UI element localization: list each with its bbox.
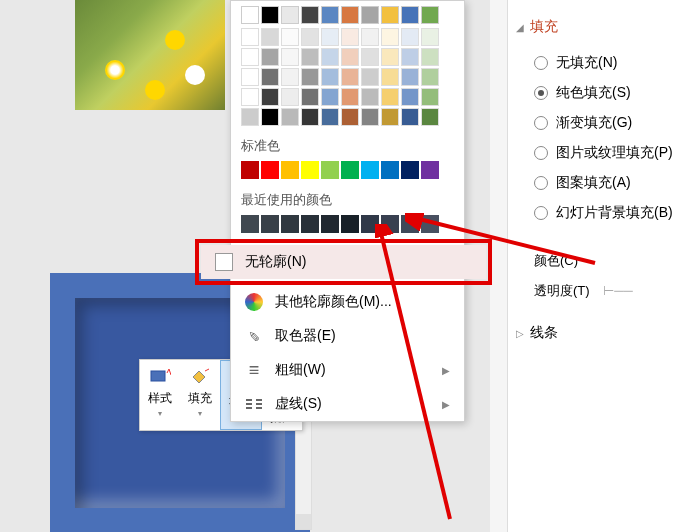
color-swatch[interactable] bbox=[241, 28, 259, 46]
color-swatch[interactable] bbox=[421, 48, 439, 66]
color-swatch[interactable] bbox=[321, 68, 339, 86]
solid-fill-radio[interactable]: 纯色填充(S) bbox=[534, 78, 674, 108]
eyedropper-item[interactable]: 取色器(E) bbox=[231, 319, 464, 353]
color-swatch[interactable] bbox=[381, 215, 399, 233]
color-swatch[interactable] bbox=[241, 88, 259, 106]
color-swatch[interactable] bbox=[401, 88, 419, 106]
no-outline-item[interactable]: 无轮廓(N) bbox=[201, 245, 486, 279]
transparency-row[interactable]: 透明度(T) ⊢── bbox=[534, 276, 674, 306]
color-swatch[interactable] bbox=[381, 68, 399, 86]
color-swatch[interactable] bbox=[361, 28, 379, 46]
color-swatch[interactable] bbox=[261, 48, 279, 66]
color-swatch[interactable] bbox=[321, 48, 339, 66]
color-swatch[interactable] bbox=[241, 68, 259, 86]
color-swatch[interactable] bbox=[361, 48, 379, 66]
chevron-right-icon: ▶ bbox=[442, 399, 450, 410]
dashes-item[interactable]: 虚线(S) ▶ bbox=[231, 387, 464, 421]
color-swatch[interactable] bbox=[401, 108, 419, 126]
color-swatch[interactable] bbox=[301, 161, 319, 179]
color-swatch[interactable] bbox=[261, 161, 279, 179]
color-swatch[interactable] bbox=[361, 6, 379, 24]
color-swatch[interactable] bbox=[421, 68, 439, 86]
color-swatch[interactable] bbox=[361, 108, 379, 126]
color-swatch[interactable] bbox=[381, 48, 399, 66]
color-swatch[interactable] bbox=[241, 6, 259, 24]
fill-color-label[interactable]: 颜色(C) bbox=[534, 246, 674, 276]
color-swatch[interactable] bbox=[361, 88, 379, 106]
color-swatch[interactable] bbox=[361, 215, 379, 233]
color-swatch[interactable] bbox=[421, 88, 439, 106]
chevron-down-icon: ▾ bbox=[198, 409, 202, 418]
gradient-fill-radio[interactable]: 渐变填充(G) bbox=[534, 108, 674, 138]
color-swatch[interactable] bbox=[301, 215, 319, 233]
color-swatch[interactable] bbox=[341, 68, 359, 86]
color-swatch[interactable] bbox=[241, 215, 259, 233]
color-swatch[interactable] bbox=[341, 108, 359, 126]
color-swatch[interactable] bbox=[281, 48, 299, 66]
color-swatch[interactable] bbox=[381, 161, 399, 179]
color-swatch[interactable] bbox=[401, 215, 419, 233]
color-swatch[interactable] bbox=[261, 88, 279, 106]
color-swatch[interactable] bbox=[281, 215, 299, 233]
color-swatch[interactable] bbox=[401, 161, 419, 179]
color-swatch[interactable] bbox=[261, 28, 279, 46]
color-swatch[interactable] bbox=[341, 48, 359, 66]
color-swatch[interactable] bbox=[421, 6, 439, 24]
color-swatch[interactable] bbox=[281, 6, 299, 24]
weight-item[interactable]: 粗细(W) ▶ bbox=[231, 353, 464, 387]
no-fill-radio[interactable]: 无填充(N) bbox=[534, 48, 674, 78]
color-swatch[interactable] bbox=[281, 161, 299, 179]
picture-fill-radio[interactable]: 图片或纹理填充(P) bbox=[534, 138, 674, 168]
color-swatch[interactable] bbox=[241, 108, 259, 126]
style-button[interactable]: 样式▾ bbox=[140, 360, 180, 430]
color-swatch[interactable] bbox=[301, 68, 319, 86]
color-swatch[interactable] bbox=[301, 28, 319, 46]
color-swatch[interactable] bbox=[321, 6, 339, 24]
color-swatch[interactable] bbox=[281, 28, 299, 46]
color-swatch[interactable] bbox=[321, 161, 339, 179]
sample-image[interactable] bbox=[75, 0, 225, 110]
color-swatch[interactable] bbox=[421, 215, 439, 233]
color-swatch[interactable] bbox=[301, 88, 319, 106]
color-swatch[interactable] bbox=[401, 28, 419, 46]
color-swatch[interactable] bbox=[421, 108, 439, 126]
color-swatch[interactable] bbox=[241, 161, 259, 179]
color-swatch[interactable] bbox=[281, 88, 299, 106]
color-swatch[interactable] bbox=[341, 161, 359, 179]
color-swatch[interactable] bbox=[261, 6, 279, 24]
color-swatch[interactable] bbox=[421, 161, 439, 179]
color-swatch[interactable] bbox=[401, 6, 419, 24]
color-swatch[interactable] bbox=[321, 108, 339, 126]
color-swatch[interactable] bbox=[421, 28, 439, 46]
color-swatch[interactable] bbox=[261, 68, 279, 86]
color-swatch[interactable] bbox=[401, 68, 419, 86]
color-swatch[interactable] bbox=[301, 48, 319, 66]
color-swatch[interactable] bbox=[341, 6, 359, 24]
color-swatch[interactable] bbox=[341, 28, 359, 46]
pattern-fill-radio[interactable]: 图案填充(A) bbox=[534, 168, 674, 198]
color-swatch[interactable] bbox=[361, 161, 379, 179]
color-swatch[interactable] bbox=[281, 108, 299, 126]
color-swatch[interactable] bbox=[381, 88, 399, 106]
color-swatch[interactable] bbox=[361, 68, 379, 86]
color-swatch[interactable] bbox=[241, 48, 259, 66]
color-swatch[interactable] bbox=[261, 108, 279, 126]
fill-section-header[interactable]: ◢ 填充 bbox=[516, 18, 674, 36]
color-swatch[interactable] bbox=[381, 6, 399, 24]
color-swatch[interactable] bbox=[281, 68, 299, 86]
color-swatch[interactable] bbox=[401, 48, 419, 66]
color-swatch[interactable] bbox=[301, 108, 319, 126]
color-swatch[interactable] bbox=[321, 88, 339, 106]
color-swatch[interactable] bbox=[381, 108, 399, 126]
lines-section-header[interactable]: ▷ 线条 bbox=[516, 324, 674, 342]
slide-bg-fill-radio[interactable]: 幻灯片背景填充(B) bbox=[534, 198, 674, 228]
color-swatch[interactable] bbox=[341, 88, 359, 106]
color-swatch[interactable] bbox=[341, 215, 359, 233]
color-swatch[interactable] bbox=[261, 215, 279, 233]
more-colors-item[interactable]: 其他轮廓颜色(M)... bbox=[231, 285, 464, 319]
fill-button[interactable]: 填充▾ bbox=[180, 360, 220, 430]
color-swatch[interactable] bbox=[321, 215, 339, 233]
color-swatch[interactable] bbox=[301, 6, 319, 24]
color-swatch[interactable] bbox=[321, 28, 339, 46]
color-swatch[interactable] bbox=[381, 28, 399, 46]
